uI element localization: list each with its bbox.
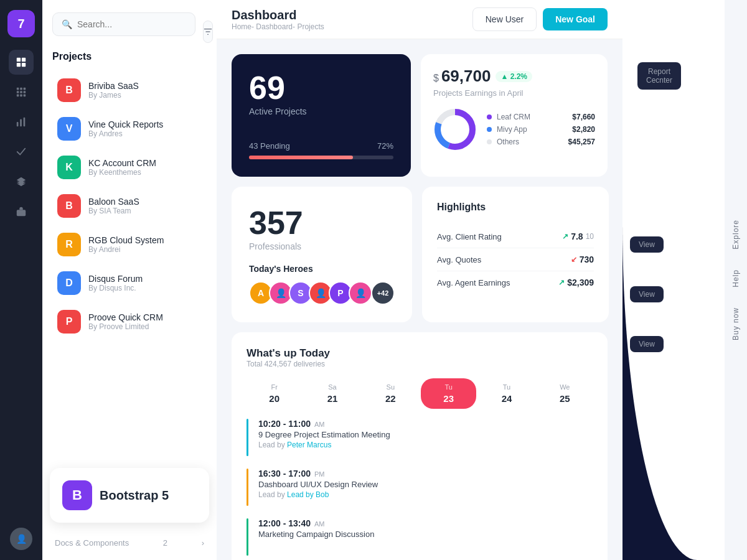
highlight-row: Avg. Client Rating ↗ 7.8 10 — [437, 225, 594, 248]
svg-rect-6 — [24, 88, 26, 90]
trend-arrow: ↗ — [558, 278, 565, 287]
search-icon: 🔍 — [62, 19, 72, 29]
view-button-1[interactable]: View — [630, 236, 664, 253]
project-item-briviba[interactable]: B Briviba SaaS By James — [52, 72, 207, 108]
project-info-vine: Vine Quick Reports By Andres — [88, 119, 163, 138]
nav-icon-apps[interactable] — [9, 80, 34, 105]
project-item-vine[interactable]: V Vine Quick Reports By Andres — [52, 111, 207, 147]
event-details: 16:30 - 17:00 PM Dashboard UI/UX Design … — [258, 469, 378, 506]
nav-icon-check[interactable] — [9, 139, 34, 164]
breadcrumb: Home- Dashboard- Projects — [232, 22, 324, 31]
explore-label[interactable]: Explore — [726, 210, 745, 259]
new-user-button[interactable]: New User — [472, 7, 537, 31]
day-num: 22 — [365, 393, 416, 404]
project-logo-rgb: R — [57, 233, 81, 256]
project-logo-proove: P — [57, 310, 81, 334]
icon-nav: 7 👤 — [0, 0, 42, 560]
page-title: Dashboard — [232, 8, 324, 22]
earnings-amount: 69,700 — [441, 67, 491, 86]
user-avatar-small[interactable]: 👤 — [10, 528, 32, 550]
search-bar[interactable]: 🔍 — [52, 12, 195, 36]
event-title: Dashboard UI/UX Design Review — [258, 480, 378, 489]
event-details: 12:00 - 13:40 AM Marketing Campaign Disc… — [258, 518, 374, 556]
new-goal-button[interactable]: New Goal — [543, 8, 608, 30]
day-label: We — [540, 383, 590, 391]
docs-label: Docs & Components — [55, 538, 129, 548]
day-num: 23 — [423, 393, 474, 404]
project-name-proove: Proove Quick CRM — [88, 312, 163, 322]
docs-chevron: › — [202, 538, 204, 548]
bootstrap-title: Bootstrap 5 — [100, 488, 169, 503]
legend-item: Others $45,257 — [487, 138, 595, 146]
nav-icon-layers[interactable] — [9, 169, 34, 194]
pending-label: 43 Pending — [249, 141, 290, 151]
event-time: 10:20 - 11:00 AM — [258, 419, 390, 429]
donut-chart — [433, 108, 477, 151]
project-item-kc[interactable]: K KC Account CRM By Keenthemes — [52, 149, 207, 185]
highlights-list: Avg. Client Rating ↗ 7.8 10 Avg. Quotes … — [437, 225, 594, 294]
day-item-25[interactable]: We 25 — [537, 378, 593, 409]
day-item-24[interactable]: Tu 24 — [479, 378, 534, 409]
active-projects-number: 69 — [249, 72, 393, 104]
content-area: 69 Active Projects 43 Pending 72% $ — [217, 39, 622, 560]
highlight-value: ↙ 730 — [571, 254, 594, 264]
day-item-20[interactable]: Fr 20 — [247, 378, 302, 409]
help-label[interactable]: Help — [726, 259, 745, 297]
progress-section: 43 Pending 72% — [249, 141, 393, 159]
search-input[interactable] — [77, 19, 186, 29]
legend-amount: $2,820 — [572, 125, 595, 134]
event-item: 10:20 - 11:00 AM 9 Degree Project Estima… — [247, 419, 593, 456]
progress-bar-background — [249, 156, 393, 159]
active-projects-card: 69 Active Projects 43 Pending 72% — [232, 54, 411, 177]
buynow-label[interactable]: Buy now — [726, 297, 745, 350]
top-bar-right: New User New Goal — [472, 7, 608, 31]
legend-text: Mivy App — [497, 125, 567, 134]
project-info-disqus: Disqus Forum By Disqus Inc. — [88, 274, 143, 292]
progress-pct: 72% — [377, 141, 393, 151]
event-person-link[interactable]: Peter Marcus — [287, 441, 331, 449]
highlight-label: Avg. Agent Earnings — [437, 278, 510, 287]
highlights-title: Highlights — [437, 202, 594, 213]
hero-avatar-5: 👤 — [349, 281, 372, 305]
project-by-briviba: By James — [88, 91, 139, 100]
view-button-2[interactable]: View — [630, 286, 664, 302]
legend-amount: $45,257 — [568, 138, 595, 146]
project-by-proove: By Proove Limited — [88, 322, 163, 331]
report-center-button[interactable]: Report Cecnter — [637, 62, 681, 90]
project-item-baloon[interactable]: B Baloon SaaS By SIA Team — [52, 188, 207, 224]
project-item-disqus[interactable]: D Disqus Forum By Disqus Inc. — [52, 265, 207, 301]
day-label: Su — [365, 383, 416, 391]
dollar-sign: $ — [433, 73, 439, 84]
svg-rect-9 — [24, 91, 26, 93]
trend-arrow: ↗ — [562, 232, 568, 241]
nav-icon-brief[interactable] — [9, 199, 34, 224]
highlight-label: Avg. Quotes — [437, 255, 481, 264]
svg-rect-15 — [24, 118, 26, 126]
heroes-section: Today's Heroes A👤S👤P👤+42 — [249, 264, 395, 305]
project-item-proove[interactable]: P Proove Quick CRM By Proove Limited — [52, 304, 207, 340]
nav-icon-chart[interactable] — [9, 110, 34, 134]
nav-avatar[interactable]: 7 — [7, 10, 35, 37]
professionals-label: Professionals — [249, 241, 395, 251]
event-person-link[interactable]: Lead by Bob — [287, 490, 329, 499]
svg-rect-12 — [24, 95, 26, 97]
day-item-23[interactable]: Tu 23 — [421, 378, 476, 409]
filter-button[interactable] — [203, 21, 213, 43]
day-item-22[interactable]: Su 22 — [363, 378, 418, 409]
earnings-badge: ▲ 2.2% — [496, 71, 532, 82]
project-name-rgb: RGB Cloud System — [88, 235, 164, 245]
view-button-3[interactable]: View — [630, 336, 664, 352]
nav-icon-grid[interactable] — [9, 50, 34, 75]
event-time: 12:00 - 13:40 AM — [258, 518, 374, 528]
project-item-rgb[interactable]: R RGB Cloud System By Andrei — [52, 226, 207, 263]
svg-rect-11 — [20, 95, 22, 97]
day-item-21[interactable]: Sa 21 — [304, 378, 360, 409]
event-lead: Lead by Peter Marcus — [258, 441, 390, 449]
more-avatars[interactable]: +42 — [371, 281, 395, 305]
event-lead: Lead by Lead by Bob — [258, 490, 378, 499]
events-list: 10:20 - 11:00 AM 9 Degree Project Estima… — [247, 419, 593, 556]
earnings-card: $ 69,700 ▲ 2.2% Projects Earnings in Apr… — [421, 54, 608, 177]
projects-title: Projects — [52, 51, 207, 62]
project-logo-vine: V — [57, 117, 81, 141]
highlight-value: ↗ 7.8 10 — [562, 231, 594, 241]
